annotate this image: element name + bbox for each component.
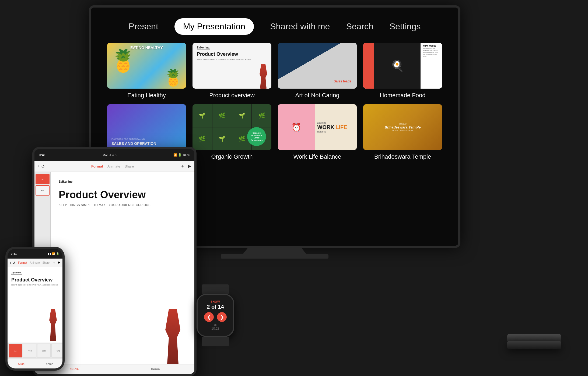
watch-band-bottom [202, 337, 229, 346]
sales-title-label: SALES AND OPERATION [111, 141, 182, 146]
product-company: Zylker Inc. [197, 46, 210, 50]
food-description: We create top quality homemade food that… [423, 48, 440, 57]
tab-animate[interactable]: Animate [107, 164, 120, 168]
eating-healthy-text: EATING HEALTHY [130, 46, 163, 50]
tablet-nav-arrows: ‹ ↺ [38, 164, 45, 169]
phone-main-slide: Zylker Inc. Product Overview KEEP THINGS… [8, 267, 62, 343]
product-vase-decoration [258, 64, 269, 89]
tablet-thumb-2[interactable]: Prod [36, 185, 50, 196]
tab-share[interactable]: Share [125, 164, 134, 168]
phone-tab-format[interactable]: Format [18, 261, 27, 264]
food-image-area: 🍳 [374, 43, 421, 89]
thumb-art-not-caring: Sales leads [278, 43, 357, 89]
phone-tab-animate[interactable]: Animate [30, 261, 40, 264]
thumb-product-overview: Zylker Inc. Product Overview KEEP THINGS… [192, 43, 271, 89]
thumb-homemade-food: 🍳 WHAT WE DO: We create top quality home… [363, 43, 442, 89]
tablet-add-icon[interactable]: ＋ [180, 163, 185, 169]
temple-subtitle-label: Home · The Supreme [392, 129, 413, 132]
thumb-sales-operation: PLAYBOOK FOR BLITZ SCALING SALES AND OPE… [107, 104, 186, 150]
tablet-actions: ＋ ▶ [180, 163, 191, 169]
food-text-area: WHAT WE DO: We create top quality homema… [421, 43, 442, 89]
phone-thumb-4[interactable]: Org [51, 344, 62, 358]
phone-slide-thumbnails: Art Prod Sale Org [8, 343, 62, 359]
nav-search[interactable]: Search [346, 22, 373, 32]
slide-vase-decoration [159, 309, 186, 368]
slide-title-text: Product Overview [59, 189, 186, 201]
phone-bottom-bar: Slide Theme [8, 359, 62, 368]
phone-back-icon[interactable]: ‹ [10, 261, 11, 265]
card-art-not-caring[interactable]: Sales leads Art of Not Caring [278, 43, 357, 99]
worklife-balance-text: Balance [317, 130, 354, 133]
tablet-thumb-1[interactable]: Art [36, 174, 50, 184]
worklife-title: WORK LIFE [317, 124, 354, 130]
watch-show-label: SHOW [211, 300, 220, 303]
tv-navigation: Present My Presentation Shared with me S… [91, 8, 458, 43]
card-work-life[interactable]: ⏰ Defining WORK LIFE Balance Work Life B… [278, 104, 357, 160]
phone-tab-theme[interactable]: Theme [35, 359, 62, 368]
phone-add-icon[interactable]: ＋ [52, 260, 56, 265]
presentation-grid-row1: EATING HEALTHY Eating Healthy Zylker Inc… [91, 43, 458, 99]
phone-thumb-2[interactable]: Prod [23, 344, 36, 358]
thumb-organic-growth: 🌱 🌿 🌱 🌿 🌿 🌱 🌿 🌱 Organic Growth for Small… [192, 104, 271, 150]
organic-cell-4: 🌿 [252, 104, 271, 127]
tv-stand [242, 247, 307, 255]
tablet-main-slide: Zylker Inc. Product Overview KEEP THINGS… [51, 172, 194, 374]
nav-settings[interactable]: Settings [390, 22, 421, 32]
card-label-organic-growth: Organic Growth [192, 153, 271, 160]
nav-my-presentation[interactable]: My Presentation [174, 18, 254, 35]
worklife-text-area: Defining WORK LIFE Balance [315, 104, 357, 150]
watch-slide-number: 2 of 14 [207, 304, 224, 310]
tablet-format-tabs: Format Animate Share [91, 164, 134, 168]
card-homemade-food[interactable]: 🍳 WHAT WE DO: We create top quality home… [363, 43, 442, 99]
card-label-temple: Brihadeswara Temple [363, 153, 442, 160]
watch-dot-indicator [214, 324, 216, 326]
tablet-thumb-1-preview: Art [36, 174, 50, 184]
worklife-life-text: LIFE [335, 124, 347, 130]
phone-slide-title: Product Overview [11, 277, 59, 283]
organic-cell-2: 🌿 [212, 104, 232, 127]
phone-status: ▮▮ 📶 🔋 [48, 252, 59, 255]
card-label-homemade-food: Homemade Food [363, 92, 442, 99]
temple-name-label: Brihadeswara Temple [385, 125, 421, 129]
card-product-overview[interactable]: Zylker Inc. Product Overview KEEP THINGS… [192, 43, 271, 99]
tablet-back-icon[interactable]: ‹ [38, 164, 39, 169]
card-temple[interactable]: Tanjore Brihadeswara Temple Home · The S… [363, 104, 442, 160]
phone-device: 9:41 ▮▮ 📶 🔋 ‹ ↺ Format Animate Share ＋ ▶… [5, 247, 65, 371]
nav-present[interactable]: Present [129, 22, 158, 32]
slide-company-label: Zylker Inc. [59, 180, 75, 184]
product-title: Product Overview [197, 51, 267, 57]
phone-company-label: Zylker Inc. [11, 271, 22, 274]
phone-play-icon[interactable]: ▶ [58, 260, 60, 265]
phone-top-bar: 9:41 ▮▮ 📶 🔋 [8, 249, 62, 259]
card-label-eating-healthy: Eating Healthy [107, 92, 186, 99]
phone-tab-share[interactable]: Share [42, 261, 50, 264]
tv-base [221, 254, 328, 259]
tab-format[interactable]: Format [91, 164, 103, 168]
phone-action-icons: ＋ ▶ [52, 260, 60, 265]
product-subtitle: KEEP THINGS SIMPLE TO MAKE YOUR AUDIENCE… [197, 58, 267, 60]
watch-prev-button[interactable]: ❮ [204, 312, 214, 322]
nav-shared-with-me[interactable]: Shared with me [270, 22, 330, 32]
worklife-defining-text: Defining [317, 121, 354, 124]
phone-thumb-3[interactable]: Sale [37, 344, 51, 358]
thumb-temple: Tanjore Brihadeswara Temple Home · The S… [363, 104, 442, 150]
card-label-work-life: Work Life Balance [278, 153, 357, 160]
tab-theme[interactable]: Theme [114, 364, 194, 374]
card-eating-healthy[interactable]: EATING HEALTHY Eating Healthy [107, 43, 186, 99]
phone-undo-icon[interactable]: ↺ [12, 261, 15, 265]
watch-next-button[interactable]: ❯ [217, 312, 227, 322]
phone-tab-slide[interactable]: Slide [8, 359, 35, 368]
tablet-date: Mon Jun 3 [103, 154, 116, 157]
phone-format-tabs: Format Animate Share [18, 261, 50, 264]
tablet-battery: 📶 🔋 100% [173, 153, 190, 157]
tablet-forward-icon[interactable]: ↺ [41, 164, 45, 169]
worklife-clock-area: ⏰ [278, 104, 315, 150]
card-organic-growth[interactable]: 🌱 🌿 🌱 🌿 🌿 🌱 🌿 🌱 Organic Growth for Small… [192, 104, 271, 160]
tablet-play-icon[interactable]: ▶ [188, 163, 191, 169]
phone-vase-decoration [46, 309, 60, 341]
phone-time: 9:41 [11, 252, 17, 255]
organic-growth-circle: Organic Growth for Small Businesses [247, 127, 266, 146]
phone-thumb-1[interactable]: Art [9, 344, 22, 358]
watch-time-display: 10:23 [211, 327, 219, 330]
watch-band-top [202, 284, 229, 294]
